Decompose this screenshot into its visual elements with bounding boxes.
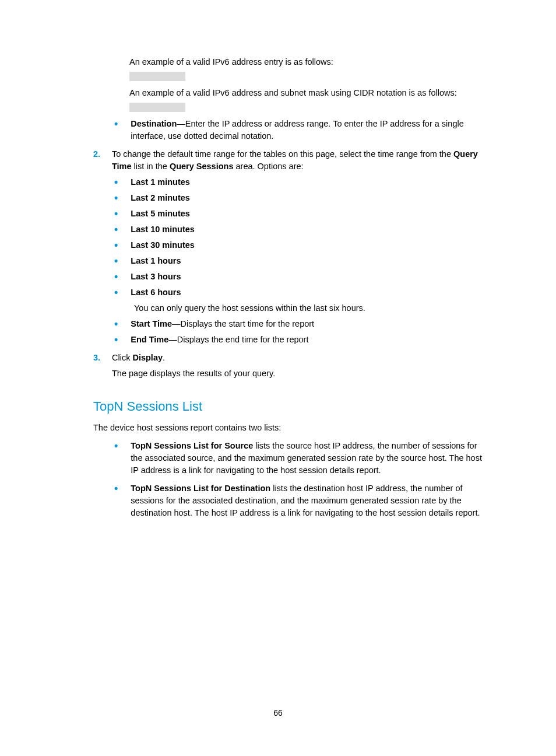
intro-block: An example of a valid IPv6 address entry… <box>129 56 491 112</box>
topn-dest-bullet: • TopN Sessions List for Destination lis… <box>114 482 491 519</box>
document-page: An example of a valid IPv6 address entry… <box>0 0 556 756</box>
bullet-dot-icon: • <box>114 440 118 477</box>
bullet-dot-icon: • <box>114 286 118 299</box>
start-time-bullet: • Start Time—Displays the start time for… <box>114 318 491 330</box>
step-2-text: To change the default time range for the… <box>112 148 491 173</box>
page-number: 66 <box>0 707 556 719</box>
option-item: • Last 5 minutes <box>114 208 491 220</box>
code-placeholder-1 <box>129 72 185 81</box>
option-label: Last 2 minutes <box>131 192 491 204</box>
step3-bold: Display <box>132 353 163 362</box>
topn-dest-text: TopN Sessions List for Destination lists… <box>131 482 491 519</box>
start-time-desc: —Displays the start time for the report <box>172 319 314 328</box>
bullet-dot-icon: • <box>114 192 118 204</box>
bullet-dot-icon: • <box>114 208 118 220</box>
step2-middle: list in the <box>132 162 170 171</box>
query-note: You can only query the host sessions wit… <box>134 302 491 314</box>
option-item: • Last 2 minutes <box>114 192 491 204</box>
bullet-dot-icon: • <box>114 239 118 251</box>
option-item: • Last 30 minutes <box>114 239 491 251</box>
bullet-dot-icon: • <box>114 223 118 236</box>
end-time-text: End Time—Displays the end time for the r… <box>131 334 491 346</box>
step3-suffix: . <box>163 353 165 362</box>
intro-line-1: An example of a valid IPv6 address entry… <box>129 56 491 68</box>
bullet-dot-icon: • <box>114 482 118 519</box>
option-label: Last 10 minutes <box>131 223 491 236</box>
step2-bold2: Query Sessions <box>170 162 234 171</box>
bullet-dot-icon: • <box>114 255 118 267</box>
code-placeholder-2 <box>129 103 185 112</box>
destination-desc: —Enter the IP address or address range. … <box>131 119 463 141</box>
bullet-dot-icon: • <box>114 334 118 346</box>
step2-suffix: area. Options are: <box>233 162 303 171</box>
step3-prefix: Click <box>112 353 132 362</box>
bullet-dot-icon: • <box>114 271 118 283</box>
option-item: • Last 10 minutes <box>114 223 491 236</box>
step2-prefix: To change the default time range for the… <box>112 149 453 159</box>
option-label: Last 6 hours <box>131 286 491 299</box>
section-heading: TopN Sessions List <box>93 397 491 416</box>
section-intro: The device host sessions report contains… <box>93 422 491 434</box>
end-time-desc: —Displays the end time for the report <box>168 335 308 344</box>
option-item: • Last 1 hours <box>114 255 491 267</box>
bullet-dot-icon: • <box>114 318 118 330</box>
option-label: Last 30 minutes <box>131 239 491 251</box>
start-time-label: Start Time <box>131 319 172 328</box>
topn-dest-label: TopN Sessions List for Destination <box>131 484 270 493</box>
topn-source-bullet: • TopN Sessions List for Source lists th… <box>114 440 491 477</box>
topn-source-text: TopN Sessions List for Source lists the … <box>131 440 491 477</box>
destination-text: Destination—Enter the IP address or addr… <box>131 118 491 142</box>
step-2: 2. To change the default time range for … <box>93 148 491 173</box>
option-label: Last 5 minutes <box>131 208 491 220</box>
step-3-text: Click Display. <box>112 352 491 364</box>
step-number-2: 2. <box>93 148 112 173</box>
destination-bullet: • Destination—Enter the IP address or ad… <box>114 118 491 142</box>
bullet-dot-icon: • <box>114 176 118 188</box>
step-3: 3. Click Display. <box>93 352 491 364</box>
destination-label: Destination <box>131 119 177 128</box>
step-number-3: 3. <box>93 352 112 364</box>
start-time-text: Start Time—Displays the start time for t… <box>131 318 491 330</box>
end-time-bullet: • End Time—Displays the end time for the… <box>114 334 491 346</box>
option-item: • Last 3 hours <box>114 271 491 283</box>
intro-line-2: An example of a valid IPv6 address and s… <box>129 87 491 99</box>
topn-source-label: TopN Sessions List for Source <box>131 441 253 450</box>
end-time-label: End Time <box>131 335 168 344</box>
option-label: Last 1 minutes <box>131 176 491 188</box>
option-label: Last 1 hours <box>131 255 491 267</box>
bullet-dot-icon: • <box>114 118 118 142</box>
option-label: Last 3 hours <box>131 271 491 283</box>
result-line: The page displays the results of your qu… <box>112 368 491 380</box>
option-item: • Last 1 minutes <box>114 176 491 188</box>
option-item: • Last 6 hours <box>114 286 491 299</box>
